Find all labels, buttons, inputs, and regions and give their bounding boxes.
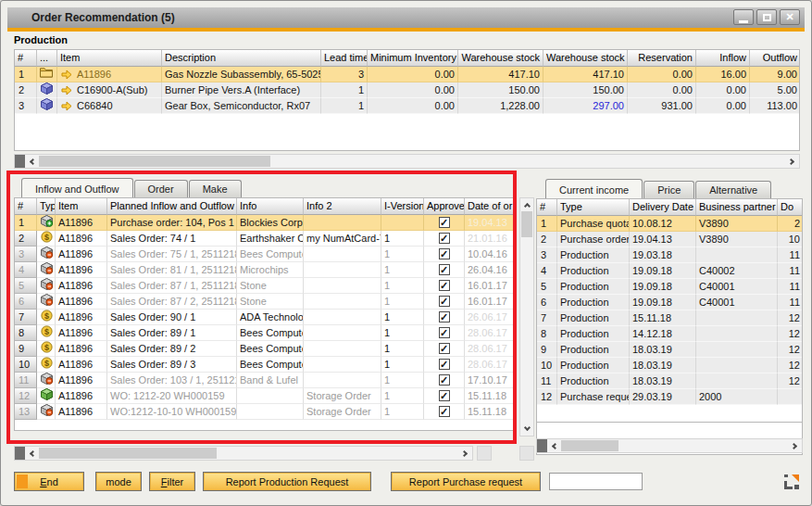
cell-delivery-date[interactable]: 19.09.18 [630, 263, 696, 279]
cell-i-version[interactable]: 1 [381, 310, 424, 325]
cell-planned-inflow-outflow[interactable]: Purchase order: 104, Pos 1 [107, 215, 237, 231]
cell-outflow[interactable]: 113.00 [750, 98, 800, 114]
cell-date-of-order[interactable]: 15.11.18 [465, 388, 516, 404]
titlebar[interactable]: Order Recommendation (5) ✕ [7, 7, 805, 28]
cell-business-partner[interactable]: C40001 [696, 295, 778, 310]
row-number[interactable]: 6 [537, 295, 557, 310]
cell-item[interactable]: A11896 [56, 341, 107, 357]
cell-approved[interactable]: ✓ [424, 373, 465, 388]
cell-doc[interactable]: 12 [778, 326, 803, 342]
row-number[interactable]: 13 [15, 404, 37, 420]
row-number[interactable]: 3 [537, 247, 557, 263]
row-number[interactable]: 11 [15, 373, 37, 388]
scroll-down-button[interactable] [520, 423, 533, 436]
cell-inflow[interactable]: 0.00 [696, 82, 750, 98]
cell-i-version[interactable]: 1 [381, 357, 424, 373]
cell-business-partner[interactable]: V3890 [696, 232, 778, 247]
tab-order[interactable]: Order [134, 180, 188, 197]
cell-planned-inflow-outflow[interactable]: Sales Order: 103 / 1, 2511218 [107, 373, 237, 388]
cell-info[interactable]: Earthshaker Cor [237, 231, 304, 247]
cell-item[interactable]: C16900-A(Sub) [57, 82, 162, 98]
row-number[interactable]: 6 [15, 294, 37, 310]
cell-lead-time[interactable]: 1 [321, 82, 368, 98]
row-number[interactable]: 2 [15, 82, 37, 98]
row-number[interactable]: 4 [15, 262, 37, 278]
cell-planned-inflow-outflow[interactable]: Sales Order: 74 / 1 [107, 231, 237, 247]
table-row[interactable]: 6A11896Sales Order: 87 / 2, 2511218Stone… [15, 294, 515, 310]
cell-warehouse-stock-1[interactable]: 1,228.00 [458, 98, 543, 114]
scrollbar-thumb[interactable] [39, 448, 217, 459]
table-row[interactable]: 6Production19.09.18C4000111 [537, 295, 802, 310]
row-number[interactable]: 2 [537, 232, 557, 247]
cell-type[interactable]: Purchase quotatio [557, 216, 630, 232]
cell-item[interactable]: A11896 [56, 247, 107, 262]
cell-date-of-order[interactable]: 16.01.17 [465, 278, 516, 294]
cell-i-version[interactable] [381, 215, 424, 231]
table-row[interactable]: 3A11896Sales Order: 75 / 1, 2511218Bees … [15, 247, 515, 262]
cell-i-version[interactable]: 1 [381, 388, 424, 404]
row-number[interactable]: 7 [537, 310, 557, 326]
table-row[interactable]: 2C16900-A(Sub)Burner Pipe Vers.A (Interf… [15, 82, 799, 98]
cell-minimum-inventory[interactable]: 0.00 [368, 98, 458, 114]
cell-info[interactable] [237, 388, 304, 404]
cell-business-partner[interactable]: 2000 [696, 389, 778, 405]
mode-button[interactable]: mode [95, 472, 142, 491]
cell-business-partner[interactable]: C40001 [696, 279, 778, 295]
cell-date-of-order[interactable]: 19.04.13 [465, 215, 516, 231]
table-row[interactable]: 12A11896WO: 1212-20 WH000159Storage Orde… [15, 388, 515, 404]
cell-delivery-date[interactable]: 18.03.19 [630, 358, 696, 373]
approved-checkbox[interactable]: ✓ [439, 296, 450, 307]
table-row[interactable]: 4Production19.09.18C4000211 [537, 263, 802, 279]
cell-reservation[interactable]: 0.00 [628, 82, 696, 98]
cell-i-version[interactable]: 1 [381, 247, 424, 262]
cell-info-2[interactable] [304, 310, 381, 325]
cell-i-version[interactable]: 1 [381, 262, 424, 278]
cell-delivery-date[interactable]: 29.03.19 [630, 389, 696, 405]
approved-checkbox[interactable]: ✓ [439, 217, 450, 228]
cell-approved[interactable]: ✓ [424, 294, 465, 310]
cell-approved[interactable]: ✓ [424, 341, 465, 357]
cell-description[interactable]: Gear Box, Semiconductor, Rx07 [162, 98, 321, 114]
tab-alternative[interactable]: Alternative [695, 181, 771, 198]
cell-doc[interactable]: 11 [778, 263, 803, 279]
cell-item[interactable]: A11896 [56, 262, 107, 278]
row-number[interactable]: 8 [537, 326, 557, 342]
close-button[interactable]: ✕ [780, 9, 800, 25]
cell-delivery-date[interactable]: 19.09.18 [630, 295, 696, 310]
cell-planned-inflow-outflow[interactable]: Sales Order: 89 / 2 [107, 341, 237, 357]
row-number[interactable]: 12 [15, 388, 37, 404]
row-number[interactable]: 10 [15, 357, 37, 373]
table-row[interactable]: 13A11896WO:1212-10-10 WH000159Storage Or… [15, 404, 515, 420]
row-number[interactable]: 7 [15, 310, 37, 325]
approved-checkbox[interactable]: ✓ [439, 343, 450, 354]
cell-type[interactable]: Production [557, 373, 630, 389]
cell-info[interactable]: Bees Computers [237, 357, 304, 373]
end-button[interactable]: End [14, 472, 84, 491]
scroll-left-button[interactable] [547, 439, 561, 452]
cell-delivery-date[interactable]: 14.12.18 [630, 326, 696, 342]
report-purchase-request-button[interactable]: Report Purchase request [391, 472, 541, 491]
cell-lead-time[interactable]: 1 [321, 98, 368, 114]
cell-business-partner[interactable]: V3890 [696, 216, 778, 232]
cell-info-2[interactable] [304, 294, 381, 310]
scroll-left-button[interactable] [25, 447, 39, 460]
cell-date-of-order[interactable]: 10.04.16 [465, 247, 516, 262]
scrollbar-thumb[interactable] [39, 156, 270, 167]
cell-approved[interactable]: ✓ [424, 310, 465, 325]
cell-minimum-inventory[interactable]: 0.00 [368, 67, 458, 82]
cell-info[interactable]: Bees Computers [237, 247, 304, 262]
table-row[interactable]: 3C66840Gear Box, Semiconductor, Rx0710.0… [15, 98, 799, 114]
cell-i-version[interactable]: 1 [381, 341, 424, 357]
table-row[interactable]: 1A11896Gas Nozzle Subassembly, 65-502543… [15, 67, 799, 82]
cell-info[interactable]: ADA Technologi [237, 310, 304, 325]
cell-info[interactable]: Blockies Corp [237, 215, 304, 231]
cell-info-2[interactable] [304, 357, 381, 373]
table-row[interactable]: 1A11896Purchase order: 104, Pos 1Blockie… [15, 215, 515, 231]
cell-item[interactable]: A11896 [56, 388, 107, 404]
cell-i-version[interactable]: 1 [381, 278, 424, 294]
approved-checkbox[interactable]: ✓ [439, 327, 450, 338]
cell-i-version[interactable]: 1 [381, 231, 424, 247]
approved-checkbox[interactable]: ✓ [439, 264, 450, 275]
table-row[interactable]: 8$A11896Sales Order: 89 / 1Bees Computer… [15, 325, 515, 341]
table-row[interactable]: 2Purchase order19.04.13V389010 [537, 232, 802, 247]
